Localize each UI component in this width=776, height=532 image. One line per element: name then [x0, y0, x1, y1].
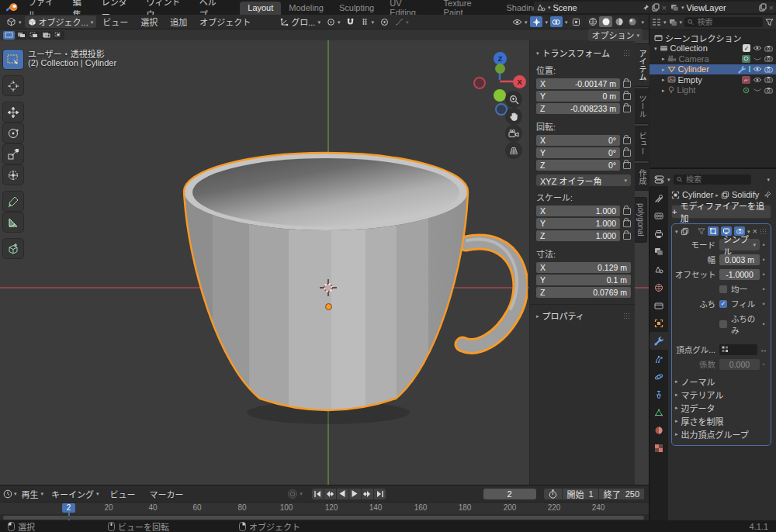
- timeline-ruler[interactable]: 20 40 60 80 100 120 140 160 180 200 220 …: [0, 502, 649, 514]
- perspective-toggle-button[interactable]: [505, 142, 522, 159]
- pin-icon[interactable]: [643, 4, 650, 12]
- rotation-x-field[interactable]: X0°: [536, 135, 620, 146]
- edit-mode-toggle[interactable]: [708, 226, 719, 236]
- current-frame-field[interactable]: 2: [483, 489, 536, 499]
- filter-icon[interactable]: [765, 19, 774, 26]
- drag-handle-icon[interactable]: [623, 313, 631, 319]
- modifier-wrench-badge[interactable]: [738, 65, 747, 74]
- select-mode-extend-button[interactable]: [16, 31, 27, 40]
- shading-wireframe-button[interactable]: [586, 16, 599, 27]
- tab-scene[interactable]: [650, 261, 668, 278]
- editor-type-button[interactable]: [3, 489, 12, 499]
- scene-selector[interactable]: ▾ Scene ×: [534, 2, 669, 13]
- tool-annotate[interactable]: [3, 192, 23, 211]
- eye-icon[interactable]: [753, 77, 762, 83]
- dim-y-field[interactable]: Y0.1 m: [536, 275, 631, 285]
- invert-vgroup-button[interactable]: ↔: [760, 345, 767, 354]
- tool-select-box[interactable]: [3, 50, 23, 69]
- tab-world[interactable]: [650, 278, 668, 296]
- factor-field[interactable]: 0.000: [719, 359, 760, 370]
- prev-keyframe-button[interactable]: [324, 489, 336, 499]
- timeline-scrollbar[interactable]: [3, 516, 644, 520]
- tab-view-layer[interactable]: [650, 243, 668, 261]
- on-cage-toggle[interactable]: [698, 228, 705, 235]
- select-mode-intersect-button[interactable]: [53, 31, 64, 40]
- gizmo-axis-y[interactable]: [494, 89, 506, 102]
- auto-key-toggle[interactable]: ▾: [287, 489, 303, 499]
- display-mode-dropdown[interactable]: [669, 19, 677, 26]
- pivot-point-dropdown[interactable]: ▾: [324, 17, 344, 27]
- tool-transform[interactable]: [3, 165, 23, 185]
- location-x-field[interactable]: X-0.00147 m: [536, 78, 620, 89]
- drag-handle-icon[interactable]: [760, 228, 767, 234]
- tab-tool[interactable]: [650, 189, 668, 207]
- gizmo-axis-x[interactable]: X: [513, 75, 526, 88]
- transform-orientation-dropdown[interactable]: グロ... ▾: [277, 15, 324, 29]
- lock-icon[interactable]: [623, 220, 631, 227]
- n-tab-polygonal[interactable]: polygonal: [635, 197, 647, 243]
- play-button[interactable]: [349, 489, 361, 499]
- lock-icon[interactable]: [623, 233, 631, 240]
- chevron-right-icon[interactable]: ▸: [662, 77, 665, 82]
- rotation-z-field[interactable]: Z0°: [536, 160, 620, 171]
- jump-to-end-button[interactable]: [374, 489, 386, 499]
- tab-object-data[interactable]: [650, 403, 668, 421]
- menu-marker[interactable]: マーカー: [144, 488, 190, 500]
- mode-dropdown[interactable]: シンプル▾: [719, 239, 760, 250]
- camera-data-badge[interactable]: [742, 55, 750, 63]
- tool-add-primitive[interactable]: [3, 239, 23, 258]
- eye-closed-icon[interactable]: [753, 56, 762, 62]
- shading-rendered-button[interactable]: [625, 16, 639, 27]
- options-dropdown[interactable]: オプション ▾: [588, 29, 643, 41]
- cylinder-row[interactable]: ▸ Cylinder: [650, 64, 776, 75]
- snap-toggle[interactable]: [343, 17, 358, 27]
- chevron-down-icon[interactable]: ▾: [663, 19, 667, 25]
- breadcrumb-object[interactable]: Cylinder: [682, 190, 713, 199]
- show-gizmo-toggle[interactable]: [530, 16, 542, 27]
- shading-solid-button[interactable]: [599, 16, 612, 27]
- properties-options-dropdown[interactable]: ▾: [767, 177, 770, 182]
- proportional-falloff-dropdown[interactable]: ▾: [392, 18, 412, 26]
- tool-move[interactable]: [3, 102, 23, 122]
- properties-search[interactable]: [674, 174, 751, 185]
- vertex-group-field[interactable]: [719, 344, 757, 355]
- dim-z-field[interactable]: Z0.0769 m: [536, 287, 631, 298]
- eye-icon[interactable]: [753, 45, 762, 51]
- tab-particles[interactable]: [650, 350, 668, 368]
- outliner-search[interactable]: [684, 17, 763, 27]
- unlink-scene-button[interactable]: ×: [662, 3, 667, 12]
- menu-view[interactable]: ビュー: [104, 488, 142, 500]
- workspace-tab-layout[interactable]: Layout: [240, 2, 281, 15]
- tab-render[interactable]: [650, 207, 668, 225]
- snap-settings-dropdown[interactable]: ▾: [358, 17, 377, 26]
- chevron-down-icon[interactable]: ▾: [667, 177, 670, 182]
- lock-icon[interactable]: [623, 93, 631, 100]
- zoom-button[interactable]: [505, 91, 522, 108]
- eye-closed-icon[interactable]: [753, 87, 762, 93]
- select-mode-subtract-button[interactable]: [28, 31, 40, 40]
- scene-collection-row[interactable]: シーンコレクション: [650, 33, 776, 43]
- rotation-mode-dropdown[interactable]: XYZ オイラー角 ▾: [536, 174, 631, 186]
- tab-collection[interactable]: [650, 296, 668, 314]
- overlays-dropdown[interactable]: ▾: [565, 19, 568, 25]
- menu-object[interactable]: オブジェクト: [193, 16, 257, 28]
- play-reverse-button[interactable]: [337, 489, 348, 499]
- section-materials[interactable]: ▸マテリアル: [675, 388, 767, 401]
- section-normals[interactable]: ▸ノーマル: [675, 375, 767, 388]
- chevron-right-icon[interactable]: ▸: [662, 67, 665, 72]
- tool-cursor[interactable]: [3, 76, 23, 95]
- lock-icon[interactable]: [623, 81, 631, 88]
- image-data-badge[interactable]: [742, 76, 750, 84]
- section-output-vertex-groups[interactable]: ▸出力頂点グループ: [675, 427, 767, 440]
- menu-view[interactable]: ビュー: [96, 16, 134, 28]
- menu-keying[interactable]: キーイング▾: [48, 487, 102, 501]
- chevron-down-icon[interactable]: ▾: [680, 19, 683, 25]
- dim-x-field[interactable]: X0.129 m: [536, 262, 631, 273]
- chevron-down-icon[interactable]: ▾: [14, 491, 17, 496]
- new-view-layer-icon[interactable]: [759, 3, 767, 12]
- playhead-badge[interactable]: 2: [62, 503, 75, 513]
- chevron-down-icon[interactable]: ▾: [675, 229, 678, 234]
- camera-view-button[interactable]: [505, 125, 522, 142]
- editor-type-button[interactable]: ▾: [3, 16, 25, 27]
- scene-name[interactable]: Scene: [553, 3, 640, 12]
